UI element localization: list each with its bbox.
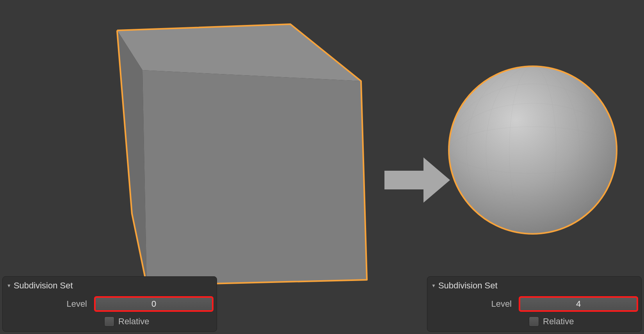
level-input[interactable]: 0 (95, 297, 213, 311)
arrow-icon (384, 157, 450, 203)
disclosure-triangle-icon[interactable]: ▼ (7, 283, 11, 288)
relative-checkbox[interactable] (529, 316, 539, 327)
relative-checkbox[interactable] (104, 316, 114, 327)
operator-panel-left[interactable]: ▼ Subdivision Set Level 0 Relative (2, 276, 217, 332)
operator-panel-right[interactable]: ▼ Subdivision Set Level 4 Relative (427, 276, 642, 332)
svg-marker-2 (142, 70, 367, 285)
svg-point-3 (449, 66, 617, 234)
relative-label: Relative (118, 316, 149, 327)
relative-row: Relative (529, 316, 637, 327)
level-label: Level (431, 299, 519, 309)
panel-title: Subdivision Set (14, 281, 73, 291)
cube-object[interactable] (117, 24, 367, 285)
relative-label: Relative (543, 316, 574, 327)
panel-header[interactable]: ▼ Subdivision Set (7, 279, 213, 295)
svg-marker-11 (384, 157, 450, 203)
level-row: Level 4 (431, 297, 637, 311)
panel-header[interactable]: ▼ Subdivision Set (431, 279, 637, 295)
relative-row: Relative (104, 316, 213, 327)
sphere-object[interactable] (449, 66, 617, 234)
level-label: Level (7, 299, 95, 309)
disclosure-triangle-icon[interactable]: ▼ (431, 283, 436, 288)
level-input[interactable]: 4 (519, 297, 637, 311)
level-row: Level 0 (7, 297, 213, 311)
panel-title: Subdivision Set (438, 281, 498, 291)
viewport-3d[interactable]: ▼ Subdivision Set Level 0 Relative ▼ Sub… (0, 0, 644, 334)
